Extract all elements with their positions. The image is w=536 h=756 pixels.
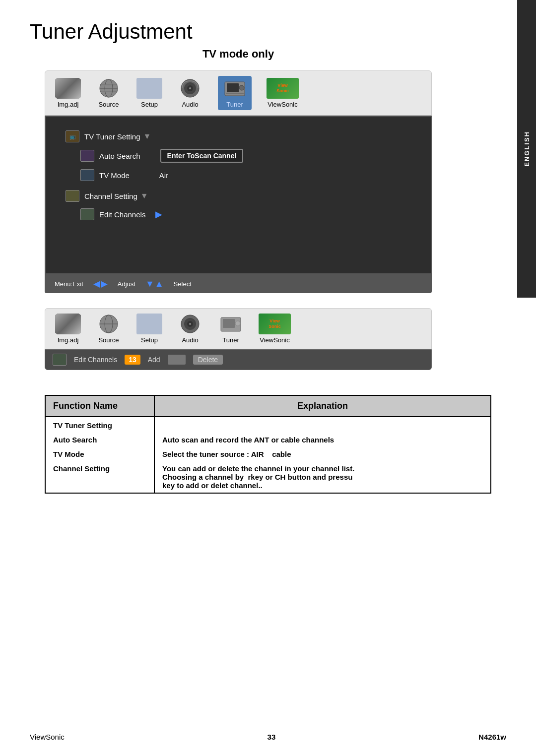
tv-mode-label: TV Mode — [99, 171, 130, 180]
menu-bottom-bar: Menu:Exit ◀ ▶ Adjust ▼ ▲ Select — [45, 274, 432, 293]
page-footer: ViewSonic 33 N4261w — [30, 733, 506, 741]
channel-setting-explanation: You can add or delete the channel in you… — [154, 461, 491, 493]
tv-mode-explanation: Select the tuner source : AIR cable — [154, 447, 491, 461]
menu-exit-label: Menu:Exit — [55, 280, 83, 288]
edit-channels-arrow: ▶ — [155, 209, 162, 220]
bottom-menu-label-imgadj: Img.adj — [58, 336, 79, 344]
bottom-setup-icon — [136, 314, 162, 334]
menu-label-source: Source — [98, 101, 119, 108]
tv-tuner-setting-explanation — [154, 417, 491, 433]
bottom-section: Img.adj Source Setup — [45, 308, 432, 370]
menu-label-viewsonic: ViewSonic — [268, 101, 297, 108]
page-title: Tuner Adjustment — [30, 20, 506, 44]
bottom-menu-item-tuner[interactable]: Tuner — [218, 314, 244, 344]
channel-number-badge: 13 — [125, 355, 140, 365]
menu-label-imgadj: Img.adj — [58, 101, 79, 108]
bottom-menu-item-imgadj[interactable]: Img.adj — [55, 314, 81, 344]
footer-model: N4261w — [478, 733, 506, 741]
table-row-auto-search: Auto Search Auto scan and record the ANT… — [45, 433, 491, 447]
auto-search-explanation: Auto scan and record the ANT or cable ch… — [154, 433, 491, 447]
tv-tuner-label: TV Tuner Setting — [84, 132, 140, 141]
bottom-menu-label-source: Source — [98, 336, 119, 344]
bottom-menu-label-audio: Audio — [182, 336, 198, 344]
imgadj-icon — [55, 78, 81, 99]
add-label: Add — [148, 356, 160, 364]
tv-tuner-arrow: ▼ — [143, 132, 151, 141]
bottom-tuner-icon — [218, 314, 244, 334]
table-row-tv-tuner: TV Tuner Setting — [45, 417, 491, 433]
bottom-imgadj-icon — [55, 314, 81, 334]
menu-item-source[interactable]: Source — [96, 78, 122, 108]
add-icon-bar — [168, 355, 186, 365]
channel-setting-label: Channel Setting — [84, 192, 137, 200]
bottom-menu-item-setup[interactable]: Setup — [136, 314, 162, 344]
edit-channels-row: Edit Channels ▶ — [75, 206, 416, 223]
svg-point-8 — [189, 87, 191, 89]
bottom-audio-icon — [177, 314, 203, 334]
right-arrow-icon: ▶ — [101, 278, 108, 289]
svg-point-19 — [189, 323, 191, 325]
footer-brand: ViewSonic — [30, 733, 65, 741]
auto-search-name: Auto Search — [45, 433, 154, 447]
adjust-label: Adjust — [118, 280, 135, 288]
tv-tuner-setting-row: 📺 TV Tuner Setting ▼ — [61, 128, 416, 145]
tv-mode-only-label: TV mode only — [45, 48, 432, 61]
setup-icon — [136, 78, 162, 99]
source-icon — [96, 78, 122, 99]
bottom-menu-label-setup: Setup — [141, 336, 158, 344]
channel-setting-icon — [66, 190, 79, 202]
channel-setting-name: Channel Setting — [45, 461, 154, 493]
tv-tuner-setting-name: TV Tuner Setting — [45, 417, 154, 433]
top-menu-bar: Img.adj Source — [45, 70, 432, 116]
air-label: Air — [159, 171, 168, 180]
svg-point-11 — [239, 85, 244, 90]
col-function-name-header: Function Name — [45, 395, 154, 417]
menu-item-tuner[interactable]: Tuner — [218, 76, 252, 110]
tuner-icon — [222, 78, 248, 99]
tv-tuner-icon: 📺 — [66, 130, 79, 142]
menu-item-imgadj[interactable]: Img.adj — [55, 78, 81, 108]
table-row-tv-mode: TV Mode Select the tuner source : AIR ca… — [45, 447, 491, 461]
auto-search-icon — [80, 150, 94, 162]
auto-search-label: Auto Search — [99, 152, 140, 160]
svg-point-22 — [235, 321, 240, 326]
edit-channels-bar-icon — [53, 354, 67, 366]
edit-channels-bar: Edit Channels 13 Add Delete — [45, 349, 432, 370]
bottom-menu-label-viewsonic: ViewSonic — [260, 336, 289, 344]
auto-search-row: Auto Search Enter ToScan Cannel — [75, 146, 416, 165]
dark-panel: 📺 TV Tuner Setting ▼ Auto Search Enter T… — [45, 116, 432, 274]
footer-page-number: 33 — [268, 733, 276, 741]
main-content: Tuner Adjustment TV mode only Img.adj — [0, 0, 536, 513]
svg-rect-21 — [223, 319, 235, 328]
menu-item-setup[interactable]: Setup — [136, 78, 162, 108]
col-explanation-header: Explanation — [154, 395, 491, 417]
left-arrow-icon: ◀ — [93, 278, 100, 289]
edit-channels-label: Edit Channels — [99, 210, 145, 219]
bottom-viewsonic-icon: ViewSonic — [259, 314, 291, 334]
edit-channels-icon — [80, 208, 94, 220]
enter-to-scan-btn[interactable]: Enter ToScan Cannel — [160, 149, 244, 163]
tv-mode-row: TV Mode Air — [75, 167, 416, 184]
bottom-menu-item-source[interactable]: Source — [96, 314, 122, 344]
bottom-menu-item-audio[interactable]: Audio — [177, 314, 203, 344]
menu-label-tuner: Tuner — [226, 101, 243, 108]
down-arrow-icon: ▼ — [145, 279, 154, 289]
up-down-arrows: ▼ ▲ — [145, 279, 164, 289]
sidebar: English — [517, 0, 536, 298]
up-arrow-icon: ▲ — [155, 279, 164, 289]
bottom-menu-bar: Img.adj Source Setup — [45, 308, 432, 349]
table-row-channel-setting: Channel Setting You can add or delete th… — [45, 461, 491, 493]
menu-item-viewsonic[interactable]: ViewSonic ViewSonic — [267, 78, 299, 108]
bottom-menu-item-viewsonic[interactable]: ViewSonic ViewSonic — [259, 314, 291, 344]
bottom-menu-label-tuner: Tuner — [222, 336, 239, 344]
left-right-arrows: ◀ ▶ — [93, 278, 108, 289]
menu-label-audio: Audio — [182, 101, 198, 108]
viewsonic-icon: ViewSonic — [267, 78, 299, 99]
tv-mode-icon — [80, 169, 94, 181]
select-label: Select — [174, 280, 192, 288]
function-table: Function Name Explanation TV Tuner Setti… — [45, 395, 491, 494]
svg-rect-10 — [227, 83, 239, 92]
function-table-wrapper: Function Name Explanation TV Tuner Setti… — [45, 385, 491, 494]
menu-item-audio[interactable]: Audio — [177, 78, 203, 108]
channel-setting-row: Channel Setting ▼ — [61, 188, 416, 204]
